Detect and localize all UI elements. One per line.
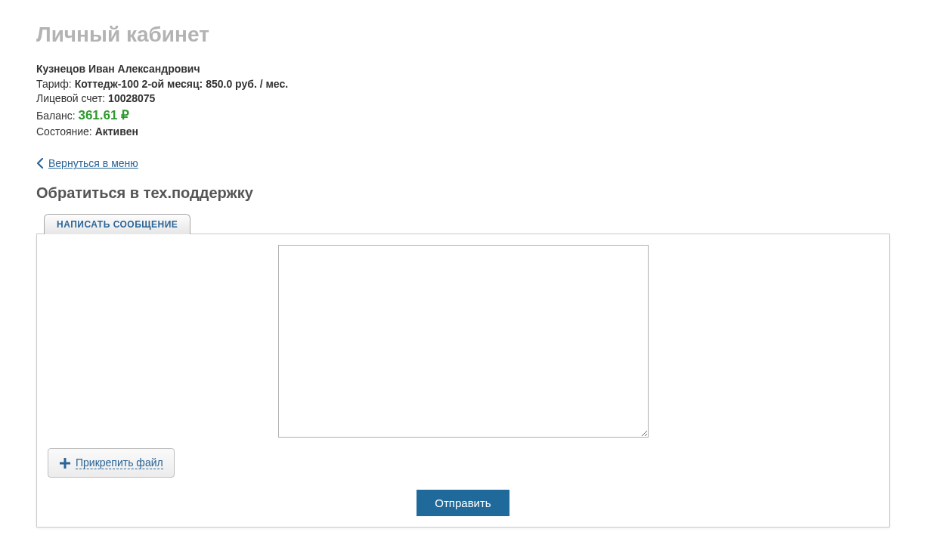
tariff-value: Коттедж-100 2-ой месяц: 850.0 руб. / мес… <box>75 78 288 90</box>
account-number-value: 10028075 <box>108 92 155 104</box>
balance-value: 361.61 ₽ <box>78 108 129 122</box>
account-number: Лицевой счет: 10028075 <box>36 91 890 107</box>
account-status: Состояние: Активен <box>36 125 890 140</box>
status-value: Активен <box>95 125 138 138</box>
account-number-label: Лицевой счет: <box>36 92 108 104</box>
account-name: Кузнецов Иван Александрович <box>36 62 890 77</box>
tariff-label: Тариф: <box>36 78 75 90</box>
tab-write-message[interactable]: НАПИСАТЬ СООБЩЕНИЕ <box>44 214 190 234</box>
status-label: Состояние: <box>36 125 95 138</box>
attach-file-label: Прикрепить файл <box>76 456 163 469</box>
account-info: Кузнецов Иван Александрович Тариф: Котте… <box>36 62 890 139</box>
back-link-label: Вернуться в меню <box>48 157 138 169</box>
account-tariff: Тариф: Коттедж-100 2-ой месяц: 850.0 руб… <box>36 77 890 92</box>
ruble-icon: ₽ <box>121 108 129 122</box>
svg-rect-1 <box>60 462 70 464</box>
support-title: Обратиться в тех.поддержку <box>36 184 890 202</box>
message-textarea[interactable] <box>278 245 649 438</box>
page-title: Личный кабинет <box>36 23 890 47</box>
back-to-menu-link[interactable]: Вернуться в меню <box>36 157 138 169</box>
balance-label: Баланс: <box>36 110 78 122</box>
chevron-left-icon <box>36 158 44 169</box>
plus-icon <box>59 457 71 469</box>
submit-button[interactable]: Отправить <box>417 490 509 516</box>
account-balance: Баланс: 361.61 ₽ <box>36 107 890 125</box>
support-panel: Прикрепить файл Отправить <box>36 234 890 528</box>
attach-file-button[interactable]: Прикрепить файл <box>48 448 175 478</box>
